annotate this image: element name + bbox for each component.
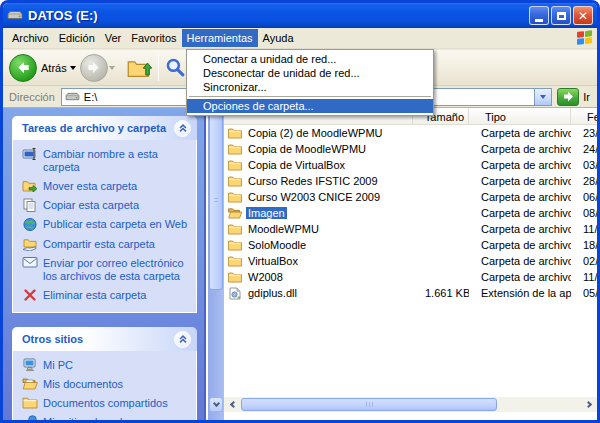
file-name: gdiplus.dll	[246, 287, 299, 299]
panel-header-other-places[interactable]: Otros sitios	[12, 327, 197, 351]
minimize-button[interactable]	[529, 6, 549, 25]
back-button[interactable]	[9, 54, 37, 82]
file-list: Tamaño Tipo Fe Copia (2) de MoodleWPMU C…	[224, 108, 597, 420]
folder-icon	[227, 239, 243, 251]
file-name: W2008	[246, 271, 285, 283]
collapse-button[interactable]	[174, 331, 191, 348]
forward-dropdown-caret	[109, 66, 115, 73]
scroll-right-button[interactable]	[581, 397, 597, 412]
file-name: Curso Redes IFSTIC 2009	[246, 175, 380, 187]
place-my-pc[interactable]: Mi PC	[21, 359, 192, 372]
folder-icon	[227, 127, 243, 139]
file-date: 23/	[583, 127, 597, 139]
close-button[interactable]: ✕	[573, 6, 593, 25]
file-row[interactable]: VirtualBox Carpeta de archivos 02/	[224, 253, 597, 269]
task-email-files[interactable]: Enviar por correo electrónico los archiv…	[21, 257, 192, 283]
task-label: Enviar por correo electrónico los archiv…	[43, 257, 189, 283]
search-button[interactable]	[165, 57, 186, 78]
menu-herramientas[interactable]: Herramientas	[182, 29, 258, 47]
back-label: Atrás	[41, 62, 67, 74]
move-folder-icon	[21, 179, 39, 193]
horizontal-scrollbar-thumb[interactable]	[241, 398, 497, 411]
file-row[interactable]: gdiplus.dll 1.661 KB Extensión de la apl…	[224, 285, 597, 301]
file-row[interactable]: W2008 Carpeta de archivos 11/	[224, 269, 597, 285]
shared-documents-icon	[21, 396, 39, 409]
network-places-icon	[21, 415, 39, 420]
window-title: DATOS (E:)	[28, 8, 527, 23]
maximize-button[interactable]	[551, 6, 571, 25]
menu-favoritos[interactable]: Favoritos	[126, 29, 181, 47]
folder-icon	[227, 223, 243, 235]
place-network[interactable]: Mis sitios de red	[21, 416, 192, 420]
panel-body: Mi PC Mis documentos Documentos comparti…	[12, 351, 197, 420]
rename-icon	[21, 147, 39, 161]
dll-file-icon	[227, 287, 243, 300]
vertical-scrollbar[interactable]	[208, 108, 224, 420]
menu-item-desconectar-unidad-red[interactable]: Desconectar de unidad de red...	[187, 66, 433, 80]
file-date: 24/	[583, 143, 597, 155]
task-label: Eliminar esta carpeta	[43, 289, 146, 302]
publish-web-icon	[21, 217, 39, 232]
file-row[interactable]: MoodleWPMU Carpeta de archivos 11/	[224, 221, 597, 237]
close-icon: ✕	[578, 10, 588, 22]
menu-edicion[interactable]: Edición	[54, 29, 100, 47]
menu-item-conectar-unidad-red[interactable]: Conectar a unidad de red...	[187, 52, 433, 66]
share-folder-icon	[21, 237, 39, 251]
menu-archivo[interactable]: Archivo	[7, 29, 54, 47]
place-label: Mis sitios de red	[43, 416, 122, 420]
file-date: 11/	[583, 271, 597, 283]
folder-icon	[227, 191, 243, 203]
place-label: Mis documentos	[43, 378, 123, 391]
address-dropdown-button[interactable]	[534, 89, 551, 105]
file-row[interactable]: Curso Redes IFSTIC 2009 Carpeta de archi…	[224, 173, 597, 189]
file-date: 08/	[583, 207, 597, 219]
up-button[interactable]	[127, 57, 152, 78]
task-label: Cambiar nombre a esta carpeta	[43, 148, 189, 174]
task-copy-folder[interactable]: Copiar esta carpeta	[21, 199, 192, 212]
task-share-folder[interactable]: Compartir esta carpeta	[21, 238, 192, 251]
file-date: 11/	[583, 223, 597, 235]
minimize-icon	[535, 19, 543, 22]
menu-item-opciones-de-carpeta[interactable]: Opciones de carpeta...	[187, 99, 433, 113]
forward-arrow-icon	[86, 60, 101, 75]
horizontal-scrollbar[interactable]	[224, 397, 597, 412]
folder-icon	[227, 175, 243, 187]
place-shared-documents[interactable]: Documentos compartidos	[21, 397, 192, 410]
copy-folder-icon	[21, 198, 39, 212]
task-delete-folder[interactable]: Eliminar esta carpeta	[21, 289, 192, 302]
file-row[interactable]: SoloMoodle Carpeta de archivos 18/	[224, 237, 597, 253]
scroll-down-button[interactable]	[209, 397, 223, 412]
email-icon	[21, 256, 39, 268]
task-move-folder[interactable]: Mover esta carpeta	[21, 180, 192, 193]
file-row[interactable]: Copia de MoodleWPMU Carpeta de archivos …	[224, 141, 597, 157]
file-name: Copia (2) de MoodleWPMU	[246, 127, 385, 139]
collapse-button[interactable]	[174, 120, 191, 137]
file-row[interactable]: Curso W2003 CNICE 2009 Carpeta de archiv…	[224, 189, 597, 205]
scroll-left-button[interactable]	[224, 397, 240, 412]
drive-icon[interactable]	[7, 10, 23, 21]
menu-item-sincronizar[interactable]: Sincronizar...	[187, 80, 433, 94]
menu-ayuda[interactable]: Ayuda	[258, 29, 299, 47]
panel-header-file-tasks[interactable]: Tareas de archivo y carpeta	[12, 116, 197, 140]
place-my-documents[interactable]: Mis documentos	[21, 378, 192, 391]
column-type[interactable]: Tipo	[481, 108, 571, 125]
task-label: Mover esta carpeta	[43, 180, 137, 193]
go-button[interactable]	[557, 88, 579, 106]
chevron-down-icon	[540, 95, 546, 102]
chevron-right-icon	[584, 401, 591, 408]
file-row[interactable]: Copia de VirtualBox Carpeta de archivos …	[224, 157, 597, 173]
chevron-up-icon	[178, 334, 188, 344]
menu-separator	[189, 96, 431, 97]
vertical-scrollbar-thumb[interactable]	[209, 112, 223, 290]
back-dropdown-caret[interactable]	[70, 66, 76, 73]
file-name: Imagen	[246, 207, 287, 219]
file-row[interactable]: Copia (2) de MoodleWPMU Carpeta de archi…	[224, 125, 597, 141]
file-row-selected[interactable]: Imagen Carpeta de archivos 08/	[224, 205, 597, 221]
column-date[interactable]: Fe	[583, 108, 597, 125]
task-rename-folder[interactable]: Cambiar nombre a esta carpeta	[21, 148, 192, 174]
forward-button[interactable]	[80, 54, 108, 82]
task-publish-folder[interactable]: Publicar esta carpeta en Web	[21, 218, 192, 232]
menu-ver[interactable]: Ver	[100, 29, 127, 47]
file-name: VirtualBox	[246, 255, 300, 267]
chevron-up-icon	[178, 123, 188, 133]
